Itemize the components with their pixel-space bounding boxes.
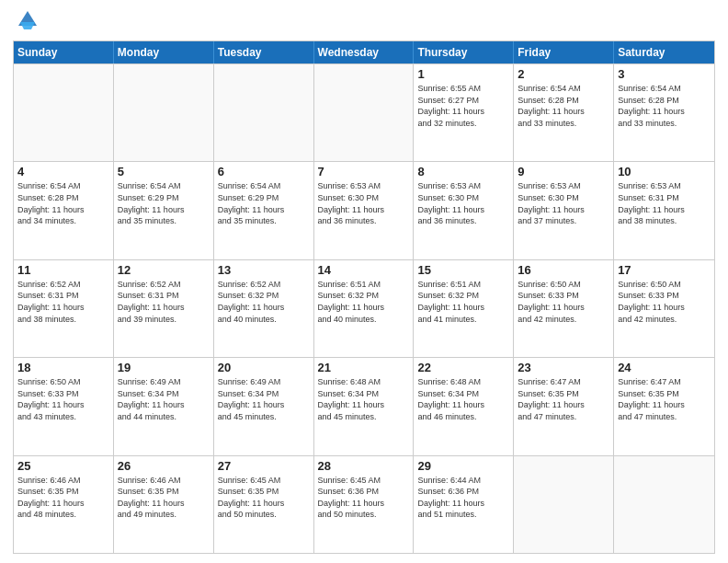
cell-info: Sunrise: 6:48 AM Sunset: 6:34 PM Dayligh… [318,376,410,422]
calendar-cell: 13Sunrise: 6:52 AM Sunset: 6:32 PM Dayli… [214,260,314,357]
calendar-cell [314,64,415,161]
calendar-cell: 22Sunrise: 6:48 AM Sunset: 6:34 PM Dayli… [414,358,514,454]
calendar-cell [214,64,314,161]
calendar-cell [114,64,214,161]
calendar-cell: 21Sunrise: 6:48 AM Sunset: 6:34 PM Dayli… [314,358,415,454]
calendar-cell: 14Sunrise: 6:51 AM Sunset: 6:32 PM Dayli… [314,260,415,357]
calendar-cell: 16Sunrise: 6:50 AM Sunset: 6:33 PM Dayli… [514,260,614,357]
cell-date: 25 [17,459,109,473]
calendar-cell: 6Sunrise: 6:54 AM Sunset: 6:29 PM Daylig… [214,162,314,259]
cell-info: Sunrise: 6:49 AM Sunset: 6:34 PM Dayligh… [118,376,210,422]
cell-date: 24 [618,361,711,374]
cell-date: 28 [318,459,410,473]
cell-info: Sunrise: 6:44 AM Sunset: 6:36 PM Dayligh… [417,475,509,521]
cell-date: 1 [417,67,509,81]
cell-date: 3 [618,67,711,81]
cell-date: 17 [618,263,711,277]
header-cell-tuesday: Tuesday [214,41,314,63]
calendar-cell: 28Sunrise: 6:45 AM Sunset: 6:36 PM Dayli… [314,456,415,553]
calendar-cell: 8Sunrise: 6:53 AM Sunset: 6:30 PM Daylig… [414,162,514,259]
calendar-cell: 1Sunrise: 6:55 AM Sunset: 6:27 PM Daylig… [414,64,514,161]
cell-date: 29 [417,459,509,473]
calendar-cell: 4Sunrise: 6:54 AM Sunset: 6:28 PM Daylig… [14,162,114,259]
cell-date: 8 [417,165,509,178]
calendar-cell [14,64,114,161]
cell-date: 4 [17,165,109,178]
logo [13,9,40,35]
cell-info: Sunrise: 6:52 AM Sunset: 6:31 PM Dayligh… [118,279,210,325]
calendar-cell: 23Sunrise: 6:47 AM Sunset: 6:35 PM Dayli… [514,358,614,454]
cell-info: Sunrise: 6:48 AM Sunset: 6:34 PM Dayligh… [417,376,509,422]
calendar-cell: 2Sunrise: 6:54 AM Sunset: 6:28 PM Daylig… [514,64,614,161]
cell-date: 10 [618,165,711,178]
calendar-row-3: 18Sunrise: 6:50 AM Sunset: 6:33 PM Dayli… [14,357,714,454]
calendar-cell: 18Sunrise: 6:50 AM Sunset: 6:33 PM Dayli… [14,358,114,454]
header-cell-monday: Monday [114,41,214,63]
cell-info: Sunrise: 6:50 AM Sunset: 6:33 PM Dayligh… [17,376,109,422]
cell-info: Sunrise: 6:54 AM Sunset: 6:28 PM Dayligh… [618,83,711,129]
cell-info: Sunrise: 6:54 AM Sunset: 6:28 PM Dayligh… [518,83,609,129]
calendar-cell: 12Sunrise: 6:52 AM Sunset: 6:31 PM Dayli… [114,260,214,357]
header [13,9,715,35]
cell-date: 27 [218,459,310,473]
calendar-row-4: 25Sunrise: 6:46 AM Sunset: 6:35 PM Dayli… [14,455,714,553]
header-cell-sunday: Sunday [14,41,114,63]
cell-info: Sunrise: 6:52 AM Sunset: 6:31 PM Dayligh… [17,279,109,325]
calendar-row-1: 4Sunrise: 6:54 AM Sunset: 6:28 PM Daylig… [14,161,714,259]
cell-date: 2 [518,67,609,81]
calendar-cell: 7Sunrise: 6:53 AM Sunset: 6:30 PM Daylig… [314,162,415,259]
cell-date: 15 [417,263,509,277]
cell-info: Sunrise: 6:54 AM Sunset: 6:28 PM Dayligh… [17,180,109,226]
calendar-cell: 20Sunrise: 6:49 AM Sunset: 6:34 PM Dayli… [214,358,314,454]
calendar-cell: 9Sunrise: 6:53 AM Sunset: 6:30 PM Daylig… [514,162,614,259]
cell-info: Sunrise: 6:47 AM Sunset: 6:35 PM Dayligh… [618,376,711,422]
cell-date: 9 [518,165,609,178]
calendar-cell: 5Sunrise: 6:54 AM Sunset: 6:29 PM Daylig… [114,162,214,259]
cell-info: Sunrise: 6:51 AM Sunset: 6:32 PM Dayligh… [417,279,509,325]
cell-info: Sunrise: 6:46 AM Sunset: 6:35 PM Dayligh… [118,475,210,521]
calendar-cell: 27Sunrise: 6:45 AM Sunset: 6:35 PM Dayli… [214,456,314,553]
cell-date: 16 [518,263,609,277]
calendar-row-0: 1Sunrise: 6:55 AM Sunset: 6:27 PM Daylig… [14,63,714,161]
calendar-cell [614,456,714,553]
cell-date: 11 [17,263,109,277]
cell-date: 12 [118,263,210,277]
calendar-cell: 24Sunrise: 6:47 AM Sunset: 6:35 PM Dayli… [614,358,714,454]
cell-date: 5 [118,165,210,178]
calendar-row-2: 11Sunrise: 6:52 AM Sunset: 6:31 PM Dayli… [14,259,714,357]
cell-date: 23 [518,361,609,374]
cell-info: Sunrise: 6:53 AM Sunset: 6:31 PM Dayligh… [618,180,711,226]
cell-info: Sunrise: 6:45 AM Sunset: 6:36 PM Dayligh… [318,475,410,521]
cell-info: Sunrise: 6:53 AM Sunset: 6:30 PM Dayligh… [417,180,509,226]
cell-date: 14 [318,263,410,277]
cell-date: 7 [318,165,410,178]
calendar: SundayMondayTuesdayWednesdayThursdayFrid… [13,40,715,554]
calendar-cell: 29Sunrise: 6:44 AM Sunset: 6:36 PM Dayli… [414,456,514,553]
calendar-cell: 11Sunrise: 6:52 AM Sunset: 6:31 PM Dayli… [14,260,114,357]
cell-info: Sunrise: 6:45 AM Sunset: 6:35 PM Dayligh… [218,475,310,521]
header-cell-thursday: Thursday [414,41,514,63]
calendar-cell: 3Sunrise: 6:54 AM Sunset: 6:28 PM Daylig… [614,64,714,161]
calendar-cell: 25Sunrise: 6:46 AM Sunset: 6:35 PM Dayli… [14,456,114,553]
header-cell-friday: Friday [514,41,614,63]
calendar-body: 1Sunrise: 6:55 AM Sunset: 6:27 PM Daylig… [14,63,714,553]
cell-date: 26 [118,459,210,473]
cell-date: 13 [218,263,310,277]
calendar-header-row: SundayMondayTuesdayWednesdayThursdayFrid… [14,41,714,63]
cell-info: Sunrise: 6:50 AM Sunset: 6:33 PM Dayligh… [618,279,711,325]
cell-date: 21 [318,361,410,374]
page: SundayMondayTuesdayWednesdayThursdayFrid… [0,0,728,563]
cell-info: Sunrise: 6:54 AM Sunset: 6:29 PM Dayligh… [218,180,310,226]
calendar-cell: 10Sunrise: 6:53 AM Sunset: 6:31 PM Dayli… [614,162,714,259]
cell-date: 18 [17,361,109,374]
cell-date: 19 [118,361,210,374]
header-cell-saturday: Saturday [614,41,714,63]
cell-info: Sunrise: 6:46 AM Sunset: 6:35 PM Dayligh… [17,475,109,521]
cell-info: Sunrise: 6:51 AM Sunset: 6:32 PM Dayligh… [318,279,410,325]
calendar-cell: 15Sunrise: 6:51 AM Sunset: 6:32 PM Dayli… [414,260,514,357]
header-cell-wednesday: Wednesday [314,41,415,63]
svg-marker-1 [20,22,35,29]
cell-info: Sunrise: 6:54 AM Sunset: 6:29 PM Dayligh… [118,180,210,226]
cell-info: Sunrise: 6:52 AM Sunset: 6:32 PM Dayligh… [218,279,310,325]
cell-info: Sunrise: 6:49 AM Sunset: 6:34 PM Dayligh… [218,376,310,422]
